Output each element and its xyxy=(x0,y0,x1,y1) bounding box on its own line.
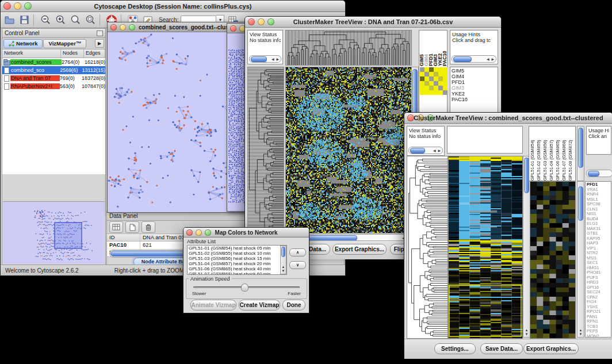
animate-vizmap-button[interactable]: Animate Vizmap xyxy=(190,300,236,311)
scrollbar-thumb[interactable] xyxy=(588,171,599,177)
summary-column-labels: GIM5GIM4PFD1GIM3YKE2PAC10 xyxy=(419,30,447,66)
node-count: 2764(0) xyxy=(62,59,85,65)
scrollbar-thumb[interactable] xyxy=(281,247,285,257)
gene-list-item[interactable]: GIM4 xyxy=(452,74,496,79)
scrollbar-thumb[interactable] xyxy=(578,128,583,168)
document-icon xyxy=(3,75,10,81)
navigator-canvas[interactable] xyxy=(3,202,104,263)
delete-attribute-button[interactable] xyxy=(141,221,155,233)
attribute-list-item[interactable]: GPL51-04 (GSM857) heat shock 20 min xyxy=(188,261,286,266)
close-button[interactable] xyxy=(110,24,117,30)
float-panel-icon[interactable] xyxy=(97,30,103,36)
matrix-cell xyxy=(424,72,429,76)
column-dendrogram-canvas[interactable] xyxy=(285,30,412,66)
row-dendrogram-canvas[interactable] xyxy=(407,156,448,339)
matrix-cell xyxy=(424,67,429,72)
speed-slider[interactable] xyxy=(193,286,300,288)
gene-list-item[interactable]: GIM5 xyxy=(452,68,496,74)
new-attribute-button[interactable] xyxy=(125,221,139,233)
network-navigator[interactable] xyxy=(3,201,105,264)
matrix-cell xyxy=(420,76,424,81)
matrix-cell xyxy=(420,90,424,95)
open-folder-icon[interactable] xyxy=(3,14,16,26)
treeview2-titlebar[interactable]: ClusterMaker TreeView : combined_scores_… xyxy=(404,113,612,124)
horizontal-scrollbar[interactable] xyxy=(586,170,612,177)
save-data-button[interactable]: Save Data... xyxy=(480,343,523,354)
vertical-scrollbar[interactable] xyxy=(577,126,584,181)
attribute-list-item[interactable]: GPL51-07 (GSM868) heat shock 60 min xyxy=(188,271,286,275)
matrix-cell xyxy=(443,86,447,90)
heatmap-canvas[interactable] xyxy=(448,156,523,339)
row-dendrogram-canvas[interactable] xyxy=(247,67,284,233)
done-button[interactable]: Done xyxy=(282,300,305,311)
zoom-out-icon[interactable] xyxy=(39,14,52,26)
matrix-cell xyxy=(420,86,424,90)
desktop: Cytoscape Desktop (Session Name: collins… xyxy=(0,0,612,364)
network-tree-row[interactable]: combined_sco2569(6)13112(15) xyxy=(2,66,105,74)
attribute-list-item[interactable]: GPL51-02 (GSM855) heat shock 10 min xyxy=(188,251,286,256)
settings-button[interactable]: Settings... xyxy=(434,343,476,354)
tab-vizmapper[interactable]: VizMapper™ xyxy=(43,39,86,48)
map-colors-dialog: Map Colors to Network Attribute List GPL… xyxy=(183,227,309,313)
network-tree-row[interactable]: RNAPuberNov2+I563(0)107847(0) xyxy=(2,82,105,90)
gene-list-item[interactable]: PFD1 xyxy=(452,79,496,85)
attribute-list-item[interactable]: GPL51-03 (GSM856) heat shock 15 min xyxy=(188,256,286,261)
select-attributes-button[interactable] xyxy=(109,221,123,233)
close-button[interactable] xyxy=(230,25,236,32)
treeview1-title: ClusterMaker TreeView : DNA and Tran 07-… xyxy=(245,18,501,25)
column-dendrogram-area[interactable] xyxy=(447,126,523,154)
gene-list-item[interactable]: YKE2 xyxy=(452,91,496,97)
treeview1-titlebar[interactable]: ClusterMaker TreeView : DNA and Tran 07-… xyxy=(245,17,501,28)
scrollbar-arrows-icon[interactable]: ◀ ▶ xyxy=(271,56,281,62)
scrollbar-thumb[interactable] xyxy=(251,56,267,62)
zoom-heatmap-canvas[interactable] xyxy=(530,181,576,339)
matrix-cell xyxy=(429,76,434,81)
export-graphics-button[interactable]: Export Graphics... xyxy=(332,244,387,255)
gene-list-item[interactable]: GIM3 xyxy=(452,85,496,91)
matrix-cell xyxy=(429,90,434,95)
zoom-in-icon[interactable] xyxy=(54,14,67,26)
slider-thumb[interactable] xyxy=(241,283,248,292)
network-tree-row[interactable]: combined_scores2764(0)16218(0) xyxy=(2,58,105,66)
attribute-list-item[interactable]: GPL51-01 (GSM854) heat shock 05 min xyxy=(188,246,286,251)
usage-hints-panel: Usage Hi Click an xyxy=(586,126,611,155)
column-header-id[interactable]: ID xyxy=(107,234,140,241)
vertical-scrollbar[interactable]: ▲▼ xyxy=(577,181,584,338)
save-icon[interactable] xyxy=(18,14,30,26)
tab-network[interactable]: Network xyxy=(3,39,43,48)
tab-overflow-arrow[interactable]: ▶ xyxy=(95,39,104,48)
scrollbar-arrows-icon[interactable]: ▲▼ xyxy=(523,328,530,336)
zoom-fit-icon[interactable] xyxy=(84,14,97,26)
column-header-nodes[interactable]: Nodes xyxy=(61,49,84,58)
scrollbar-arrows-icon[interactable]: ◀ ▶ xyxy=(433,148,442,154)
create-vizmap-button[interactable]: Create Vizmap xyxy=(239,300,280,311)
column-header-edges[interactable]: Edges xyxy=(84,49,105,58)
attribute-list-item[interactable]: GPL51-06 (GSM865) heat shock 40 min xyxy=(188,266,286,271)
heatmap-canvas[interactable] xyxy=(285,67,412,233)
export-graphics-button[interactable]: Export Graphics... xyxy=(523,343,579,354)
network-tree-row[interactable]: DNA and Tran 07769(0)183728(0) xyxy=(2,74,105,82)
dialog-titlebar[interactable]: Map Colors to Network xyxy=(183,228,309,237)
column-header-network[interactable]: Network xyxy=(2,49,61,58)
network-tab-icon xyxy=(9,41,14,47)
main-titlebar[interactable]: Cytoscape Desktop (Session Name: collins… xyxy=(1,1,345,12)
usage-hints-title: Usage Hi xyxy=(588,128,609,133)
gene-list-item[interactable]: MON2 xyxy=(587,334,610,338)
scrollbar-arrows-icon[interactable]: ▲▼ xyxy=(577,328,584,336)
horizontal-scrollbar[interactable]: ◀ ▶ xyxy=(249,55,281,63)
scrollbar-thumb[interactable] xyxy=(578,186,583,221)
move-up-button[interactable]: ∧ xyxy=(289,248,306,256)
vertical-scrollbar[interactable]: ▲▼ xyxy=(280,246,286,274)
scrollbar-thumb[interactable] xyxy=(410,148,425,154)
zoom-selected-icon[interactable] xyxy=(69,14,82,26)
horizontal-scrollbar[interactable]: ◀ ▶ xyxy=(452,55,496,63)
horizontal-scrollbar[interactable]: ◀ ▶ xyxy=(408,147,443,154)
scrollbar-arrows-icon[interactable]: ▲▼ xyxy=(281,265,286,273)
scrollbar-arrows-icon[interactable]: ◀ ▶ xyxy=(487,56,496,62)
minimize-button[interactable] xyxy=(120,24,126,30)
column-label: GPL51-03 (GSM856) xyxy=(542,127,548,181)
gene-list-item[interactable]: PAC10 xyxy=(452,97,496,102)
move-down-button[interactable]: ∨ xyxy=(289,261,306,269)
correlation-matrix[interactable] xyxy=(420,67,447,95)
scrollbar-thumb[interactable] xyxy=(453,56,472,62)
